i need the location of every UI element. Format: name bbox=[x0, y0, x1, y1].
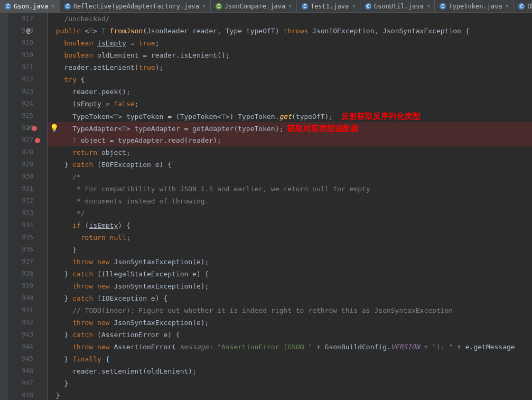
code-line[interactable]: } catch (AssertionError e) { bbox=[48, 329, 532, 341]
code-line[interactable]: if (isEmpty) { bbox=[48, 219, 532, 231]
gutter-line[interactable]: 918@ bbox=[7, 25, 47, 37]
code-line[interactable]: reader.setLenient(oldLenient); bbox=[48, 365, 532, 377]
code-line[interactable]: throw new JsonSyntaxException(e); bbox=[48, 280, 532, 292]
code-line[interactable]: throw new AssertionError( message: "Asse… bbox=[48, 341, 532, 353]
code-line[interactable]: /unchecked/ bbox=[48, 13, 532, 25]
svg-text:C: C bbox=[66, 4, 69, 9]
tab-typetoken[interactable]: C TypeToken.java × bbox=[435, 0, 514, 12]
java-class-icon: C bbox=[64, 3, 71, 10]
gutter-line[interactable]: 930 bbox=[7, 171, 47, 183]
gutter-line[interactable]: 947 bbox=[7, 377, 47, 389]
code-line[interactable]: boolean isEmpty = true; bbox=[48, 37, 532, 49]
code-line[interactable]: isEmpty = false; bbox=[48, 98, 532, 110]
close-icon[interactable]: × bbox=[288, 3, 292, 10]
code-line[interactable]: } bbox=[48, 389, 532, 400]
code-line[interactable]: * documents instead of throwing. bbox=[48, 195, 532, 207]
gutter-line[interactable]: 923 bbox=[7, 86, 47, 98]
code-line[interactable]: try { bbox=[48, 73, 532, 86]
tool-window-stripe[interactable] bbox=[0, 13, 7, 400]
gutter-line[interactable]: 948 bbox=[7, 389, 47, 400]
gutter-line[interactable]: 944 bbox=[7, 341, 47, 353]
gutter-line[interactable]: 945 bbox=[7, 353, 47, 365]
gutter-line[interactable]: 924 bbox=[7, 98, 47, 110]
gutter-line[interactable]: 939 bbox=[7, 280, 47, 292]
code-line[interactable]: } bbox=[48, 244, 532, 256]
gutter-line[interactable]: 926✓ bbox=[7, 122, 47, 134]
line-number-gutter[interactable]: 917 918@ 919 920 921 922 923 924 925 926… bbox=[7, 13, 48, 400]
gutter-line[interactable]: 937 bbox=[7, 256, 47, 268]
close-icon[interactable]: × bbox=[352, 3, 356, 10]
bulb-icon[interactable]: 💡 bbox=[50, 122, 59, 134]
tab-objtypeadapter[interactable]: C ObjTypeAdapte bbox=[514, 0, 532, 12]
breakpoint-icon[interactable] bbox=[32, 126, 37, 131]
tab-label: JsonCompare.java bbox=[225, 3, 286, 10]
tab-label: Gson.java bbox=[14, 3, 48, 10]
gutter-line[interactable]: 921 bbox=[7, 61, 47, 73]
java-class-icon: C bbox=[4, 3, 12, 10]
gutter-line[interactable]: 931 bbox=[7, 183, 47, 195]
svg-text:C: C bbox=[520, 4, 522, 9]
java-class-icon: C bbox=[365, 3, 372, 10]
gutter-line[interactable]: 946 bbox=[7, 365, 47, 377]
code-line[interactable]: TypeToken<T> typeToken = (TypeToken<T>) … bbox=[48, 110, 532, 122]
tab-test1[interactable]: C Test1.java × bbox=[297, 0, 360, 12]
svg-text:C: C bbox=[442, 4, 444, 9]
code-line[interactable]: } catch (IOException e) { bbox=[48, 292, 532, 304]
gutter-line[interactable]: 938 bbox=[7, 268, 47, 280]
code-line[interactable]: } catch (EOFException e) { bbox=[48, 159, 532, 171]
gutter-line[interactable]: 936 bbox=[7, 244, 47, 256]
gutter-line[interactable]: 920 bbox=[7, 49, 47, 61]
gutter-line[interactable]: 932 bbox=[7, 195, 47, 207]
close-icon[interactable]: × bbox=[427, 3, 431, 10]
code-line[interactable]: } catch (IllegalStateException e) { bbox=[48, 268, 532, 280]
java-class-icon: C bbox=[215, 3, 222, 10]
gutter-line[interactable]: 941 bbox=[7, 304, 47, 317]
code-editor[interactable]: /unchecked/ public <T> T fromJson(JsonRe… bbox=[48, 13, 532, 400]
gutter-line[interactable]: 933 bbox=[7, 207, 47, 219]
code-line[interactable]: return object; bbox=[48, 146, 532, 159]
code-line[interactable]: reader.peek(); bbox=[48, 86, 532, 98]
gutter-line[interactable]: 925 bbox=[7, 110, 47, 122]
annotation-icon: @ bbox=[26, 25, 30, 37]
gutter-line[interactable]: 943 bbox=[7, 329, 47, 341]
gutter-line[interactable]: 934 bbox=[7, 219, 47, 231]
code-line[interactable]: } bbox=[48, 377, 532, 389]
gutter-line[interactable]: 917 bbox=[7, 13, 47, 25]
close-icon[interactable]: × bbox=[51, 3, 55, 10]
close-icon[interactable]: × bbox=[202, 3, 206, 10]
gutter-line[interactable]: 927 bbox=[7, 134, 47, 146]
java-class-icon: C bbox=[518, 3, 525, 10]
close-icon[interactable]: × bbox=[506, 3, 509, 10]
gutter-line[interactable]: 929 bbox=[7, 159, 47, 171]
tab-reflective[interactable]: C ReflectiveTypeAdapterFactory.java × bbox=[60, 0, 211, 12]
editor-container: 917 918@ 919 920 921 922 923 924 925 926… bbox=[0, 13, 532, 400]
gutter-line[interactable]: 922 bbox=[7, 73, 47, 86]
code-line[interactable]: reader.setLenient(true); bbox=[48, 61, 532, 73]
annotation-text: 反射获取反序列化类型 bbox=[341, 111, 421, 120]
gutter-line[interactable]: 935 bbox=[7, 231, 47, 244]
tab-jsoncompare[interactable]: C JsonCompare.java × bbox=[211, 0, 297, 12]
annotation-text: 获取对应类型适配器 bbox=[287, 124, 359, 133]
code-line[interactable]: T object = typeAdapter.read(reader); bbox=[48, 134, 532, 146]
gutter-line[interactable]: 928 bbox=[7, 146, 47, 159]
code-line[interactable]: // TODO(inder): Figure out whether it is… bbox=[48, 304, 532, 317]
tab-label: TypeToken.java bbox=[449, 3, 502, 10]
code-line[interactable]: throw new JsonSyntaxException(e); bbox=[48, 256, 532, 268]
java-class-icon: C bbox=[439, 3, 446, 10]
tab-gsonutil[interactable]: C GsonUtil.java × bbox=[360, 0, 435, 12]
code-line[interactable]: throw new JsonSyntaxException(e); bbox=[48, 317, 532, 329]
code-line[interactable]: public <T> T fromJson(JsonReader reader,… bbox=[48, 25, 532, 37]
code-line[interactable]: 💡 TypeAdapter<T> typeAdapter = getAdapte… bbox=[48, 122, 532, 134]
code-line[interactable]: boolean oldLenient = reader.isLenient(); bbox=[48, 49, 532, 61]
code-line[interactable]: * For compatibility with JSON 1.5 and ea… bbox=[48, 183, 532, 195]
gutter-line[interactable]: 942 bbox=[7, 317, 47, 329]
breakpoint-icon[interactable] bbox=[35, 138, 40, 143]
code-line[interactable]: */ bbox=[48, 207, 532, 219]
svg-text:C: C bbox=[303, 4, 306, 9]
gutter-line[interactable]: 919 bbox=[7, 37, 47, 49]
tab-gson[interactable]: C Gson.java × bbox=[0, 0, 60, 12]
code-line[interactable]: /* bbox=[48, 171, 532, 183]
code-line[interactable]: return null; bbox=[48, 231, 532, 244]
gutter-line[interactable]: 940 bbox=[7, 292, 47, 304]
code-line[interactable]: } finally { bbox=[48, 353, 532, 365]
